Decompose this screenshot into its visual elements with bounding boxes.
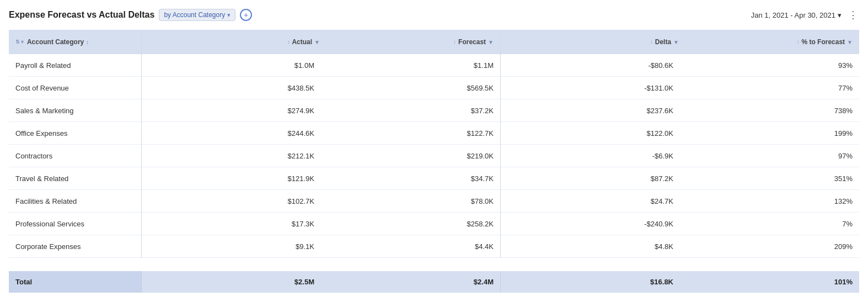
delta-pct-header: ↕ Delta ▼ ↕ % to Forecast ▼ [501,30,859,54]
page-title: Expense Forecast vs Actual Deltas [9,10,154,20]
pct-cell: 93% [680,54,859,76]
delta-cell: $24.7K [501,190,680,212]
table-row: $4.8K 209% [501,235,859,258]
table-row: $17.3K $258.2K [142,213,500,235]
pct-filter-icon[interactable]: ▼ [847,39,853,45]
forecast-cell: $1.1M [321,54,500,76]
left-column-rows: Payroll & RelatedCost of RevenueSales & … [9,54,141,258]
table-row: $24.7K 132% [501,190,859,213]
total-actual-cell: $2.5M [142,271,321,293]
table-row: Travel & Related [9,167,141,190]
table-row: Contractors [9,145,141,167]
table-row: $87.2K 351% [501,167,859,190]
total-mid-cells: $2.5M $2.4M [141,271,501,293]
forecast-label: Forecast [458,38,486,46]
delta-cell: -$6.9K [501,145,680,167]
delta-cell: $4.8K [501,235,680,257]
table-row: $122.0K 199% [501,122,859,145]
sort-filter-icon[interactable]: ⇅▼ [15,39,25,45]
category-cell: Office Expenses [9,122,141,144]
table-row: $237.6K 738% [501,99,859,122]
actual-cell: $9.1K [142,235,321,257]
header-left: Expense Forecast vs Actual Deltas by Acc… [9,9,252,21]
table-row: Payroll & Related [9,54,141,77]
actual-cell: $274.9K [142,99,321,121]
delta-cell: $87.2K [501,167,680,189]
delta-cell: $237.6K [501,99,680,121]
sort-icon[interactable]: ↕ [86,39,89,45]
category-cell: Professional Services [9,213,141,235]
category-cell: Payroll & Related [9,54,141,76]
table-row: -$131.0K 77% [501,77,859,99]
category-cell: Facilities & Related [9,190,141,212]
delta-filter-icon[interactable]: ▼ [673,39,679,45]
table-row: -$240.9K 7% [501,213,859,235]
total-pct: 101% [834,278,853,286]
mid-column-rows: $1.0M $1.1M $438.5K $569.5K $274.9K $37.… [142,54,500,258]
right-column-rows: -$80.6K 93% -$131.0K 77% $237.6K 738% $1… [501,54,859,258]
pct-cell: 738% [680,99,859,121]
pct-cell: 7% [680,213,859,235]
actual-cell: $1.0M [142,54,321,76]
pct-cell: 209% [680,235,859,257]
actual-cell: $121.9K [142,167,321,189]
table-row: $274.9K $37.2K [142,99,500,122]
pct-cell: 77% [680,77,859,99]
forecast-cell: $34.7K [321,167,500,189]
pct-cell: 199% [680,122,859,144]
forecast-cell: $258.2K [321,213,500,235]
table-row: Corporate Expenses [9,235,141,258]
add-filter-button[interactable]: + [240,9,252,21]
total-forecast: $2.4M [474,278,494,286]
forecast-filter-icon[interactable]: ▼ [488,39,494,45]
table-row: $244.6K $122.7K [142,122,500,145]
plus-icon: + [244,10,248,19]
table-row: Professional Services [9,213,141,235]
table-row: Sales & Marketing [9,99,141,122]
delta-cell: -$240.9K [501,213,680,235]
table-row: Office Expenses [9,122,141,145]
pct-cell: 97% [680,145,859,167]
forecast-cell: $37.2K [321,99,500,121]
actual-cell: $438.5K [142,77,321,99]
total-delta-cell: $16.8K [501,271,680,293]
group-by-button[interactable]: by Account Category ▾ [159,9,235,21]
pct-sort-icon[interactable]: ↕ [797,39,800,45]
delta-sort-icon[interactable]: ↕ [650,39,653,45]
page-header: Expense Forecast vs Actual Deltas by Acc… [9,9,859,21]
chevron-down-icon: ▾ [227,12,231,19]
forecast-cell: $122.7K [321,122,500,144]
actual-cell: $17.3K [142,213,321,235]
more-options-button[interactable]: ⋮ [848,9,859,21]
group-by-label: by Account Category [164,11,225,19]
table-row: $102.7K $78.0K [142,190,500,213]
pct-cell: 132% [680,190,859,212]
category-cell: Corporate Expenses [9,235,141,257]
date-range-chevron-icon: ▾ [838,11,842,19]
total-row: Total $2.5M $2.4M $16.8K 101% [9,271,859,293]
table-row: Cost of Revenue [9,77,141,99]
forecast-sort-icon[interactable]: ↕ [454,39,457,45]
account-category-section: ⇅▼ Account Category ↕ Payroll & RelatedC… [9,30,141,258]
account-category-label: Account Category [27,38,84,46]
table-row: $438.5K $569.5K [142,77,500,99]
total-pct-cell: 101% [680,271,859,293]
total-label: Total [15,278,32,286]
delta-pct-section: ↕ Delta ▼ ↕ % to Forecast ▼ -$80.6K 93% … [501,30,859,258]
delta-cell: -$80.6K [501,54,680,76]
actual-sort-icon[interactable]: ↕ [287,39,290,45]
forecast-cell: $569.5K [321,77,500,99]
actual-forecast-header: ↕ Actual ▼ ↕ Forecast ▼ [142,30,500,54]
date-range-selector[interactable]: Jan 1, 2021 - Apr 30, 2021 ▾ [751,11,842,19]
actual-filter-icon[interactable]: ▼ [314,39,320,45]
table-row: Facilities & Related [9,190,141,213]
actual-forecast-section: ↕ Actual ▼ ↕ Forecast ▼ $1.0M $1.1M $438… [141,30,501,258]
table-row: $1.0M $1.1M [142,54,500,77]
table-row: -$80.6K 93% [501,54,859,77]
table-row: $212.1K $219.0K [142,145,500,167]
table-row: $9.1K $4.4K [142,235,500,258]
table-row: $121.9K $34.7K [142,167,500,190]
total-label-cell: Total [9,271,141,293]
table-row: -$6.9K 97% [501,145,859,167]
forecast-cell: $4.4K [321,235,500,257]
